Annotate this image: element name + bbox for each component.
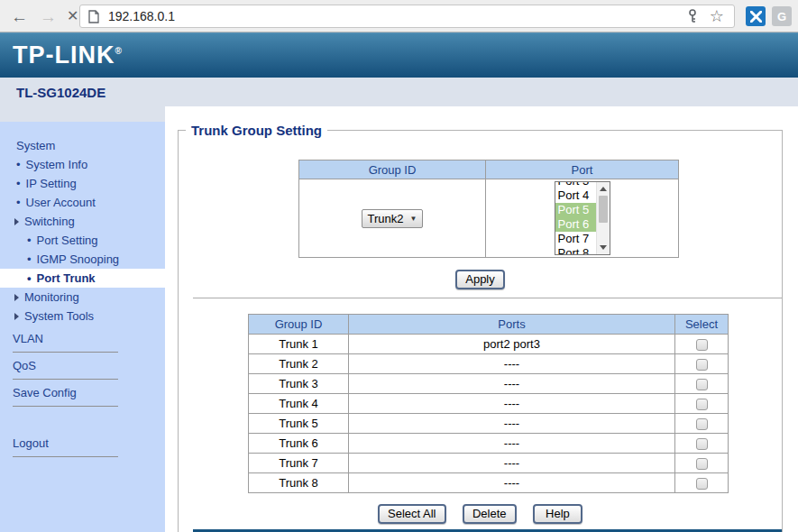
table-row: Trunk 7 ---- (249, 454, 729, 473)
brand-banner: TP-LINK® (0, 32, 798, 78)
column-header-select: Select (675, 315, 729, 335)
key-icon[interactable] (687, 9, 698, 23)
port-listbox[interactable]: Port 3 Port 4 Port 5 Port 6 Port 7 Port … (555, 181, 610, 255)
trunk-name: Trunk 3 (249, 374, 349, 394)
stop-icon[interactable]: ✕ (67, 9, 78, 23)
expand-arrow-icon (14, 218, 19, 225)
trunk-select-checkbox[interactable] (696, 438, 708, 450)
trunk-group-select[interactable]: Trunk2 ▼ (362, 209, 424, 228)
trunk-ports: port2 port3 (349, 335, 675, 354)
scrollbar-thumb[interactable] (599, 196, 608, 223)
sidebar-item-switching[interactable]: Switching (0, 212, 165, 231)
sidebar-item-port-trunk[interactable]: •Port Trunk (0, 269, 165, 288)
chevron-down-icon: ▼ (410, 215, 417, 223)
table-row: Trunk 8 ---- (249, 473, 729, 493)
expand-arrow-icon (14, 313, 19, 320)
port-option[interactable]: Port 4 (555, 188, 596, 203)
trunk-setting-table: Group ID Port Trunk2 ▼ Port 3 (298, 160, 679, 258)
sidebar-item-vlan[interactable]: VLAN (13, 330, 118, 353)
extension-icon[interactable] (746, 6, 766, 26)
content-area: Trunk Group Setting Group ID Port Trunk2… (165, 106, 798, 532)
port-option[interactable]: Port 8 (555, 246, 596, 255)
forward-icon[interactable]: → (40, 7, 57, 24)
trunk-ports: ---- (349, 354, 675, 374)
sidebar-item-igmp-snooping[interactable]: •IGMP Snooping (0, 250, 165, 269)
column-header-group-id: Group ID (249, 315, 349, 335)
back-icon[interactable]: ← (11, 7, 28, 24)
sidebar-item-port-setting[interactable]: •Port Setting (0, 231, 165, 250)
trunk-ports: ---- (349, 454, 675, 473)
sidebar-nav: System •System Info •IP Setting •User Ac… (0, 106, 165, 532)
trunk-select-checkbox[interactable] (696, 379, 708, 390)
bullet-icon: • (16, 196, 21, 209)
select-all-button[interactable]: Select All (378, 504, 445, 524)
trunk-ports: ---- (349, 394, 675, 414)
table-row: Trunk 6 ---- (249, 434, 729, 454)
table-row: Trunk 2 ---- (249, 354, 729, 374)
expand-arrow-icon (14, 294, 19, 301)
port-cell: Port 3 Port 4 Port 5 Port 6 Port 7 Port … (486, 179, 679, 258)
section-divider (193, 298, 782, 298)
table-row: Trunk 1 port2 port3 (249, 335, 729, 354)
sidebar-item-logout[interactable]: Logout (13, 435, 118, 457)
table-row: Trunk 4 ---- (249, 394, 729, 414)
sidebar-item-system[interactable]: System (0, 136, 165, 155)
sidebar-item-system-info[interactable]: •System Info (0, 155, 165, 174)
port-option[interactable]: Port 6 (555, 217, 596, 232)
scroll-up-icon[interactable] (597, 183, 610, 195)
trunk-name: Trunk 6 (249, 434, 349, 454)
trunk-ports: ---- (349, 473, 675, 493)
column-header-port: Port (486, 161, 679, 179)
bookmark-star-icon[interactable]: ☆ (710, 8, 724, 24)
trunk-select-checkbox[interactable] (696, 458, 708, 470)
table-row: Trunk 3 ---- (249, 374, 729, 394)
scroll-down-icon[interactable] (597, 242, 610, 253)
tplink-logo: TP-LINK® (13, 41, 123, 69)
port-option[interactable]: Port 3 (555, 181, 596, 188)
trunk-ports: ---- (349, 414, 675, 434)
trunk-name: Trunk 4 (249, 394, 349, 414)
bullet-icon: • (27, 271, 32, 285)
trunk-name: Trunk 8 (249, 473, 349, 493)
address-bar[interactable]: 192.168.0.1 ☆ (79, 5, 735, 28)
port-option[interactable]: Port 5 (555, 203, 596, 217)
sidebar-item-qos[interactable]: QoS (13, 357, 118, 380)
trunk-select-checkbox[interactable] (696, 359, 708, 371)
trunk-list-table: Group ID Ports Select Trunk 1 port2 port… (248, 314, 729, 493)
trunk-select-checkbox[interactable] (696, 478, 708, 490)
page-icon (88, 10, 99, 23)
trunk-ports: ---- (349, 434, 675, 454)
trunk-select-checkbox[interactable] (696, 399, 708, 410)
trunk-select-checkbox[interactable] (696, 339, 708, 351)
sidebar-item-save-config[interactable]: Save Config (13, 384, 118, 407)
port-option[interactable]: Port 7 (555, 232, 596, 246)
group-id-cell: Trunk2 ▼ (299, 179, 486, 258)
column-header-ports: Ports (349, 315, 675, 335)
table-row: Trunk 5 ---- (249, 414, 729, 434)
model-name: TL-SG1024DE (16, 85, 105, 100)
bullet-icon: • (27, 252, 32, 266)
bullet-icon: • (16, 177, 21, 190)
delete-button[interactable]: Delete (463, 504, 517, 524)
apply-button[interactable]: Apply (455, 270, 505, 289)
trunk-group-setting-panel: Trunk Group Setting Group ID Port Trunk2… (178, 123, 783, 532)
column-header-group-id: Group ID (299, 161, 486, 179)
sidebar-item-ip-setting[interactable]: •IP Setting (0, 174, 165, 193)
help-button[interactable]: Help (533, 504, 582, 524)
bullet-icon: • (16, 158, 21, 171)
sidebar-item-user-account[interactable]: •User Account (0, 193, 165, 212)
page-title: Trunk Group Setting (186, 123, 327, 138)
sidebar-item-monitoring[interactable]: Monitoring (0, 288, 165, 307)
trunk-ports: ---- (349, 374, 675, 394)
trunk-name: Trunk 5 (249, 414, 349, 434)
url-text[interactable]: 192.168.0.1 (108, 9, 175, 23)
trunk-name: Trunk 2 (249, 354, 349, 374)
model-band: TL-SG1024DE (0, 78, 798, 106)
bullet-icon: • (27, 234, 32, 247)
browser-toolbar: ← → ✕ 192.168.0.1 ☆ G (0, 0, 798, 32)
listbox-scrollbar[interactable] (596, 182, 610, 254)
trunk-name: Trunk 7 (249, 454, 349, 473)
profile-g-icon[interactable]: G (772, 6, 792, 26)
sidebar-item-system-tools[interactable]: System Tools (0, 307, 165, 326)
trunk-select-checkbox[interactable] (696, 418, 708, 430)
